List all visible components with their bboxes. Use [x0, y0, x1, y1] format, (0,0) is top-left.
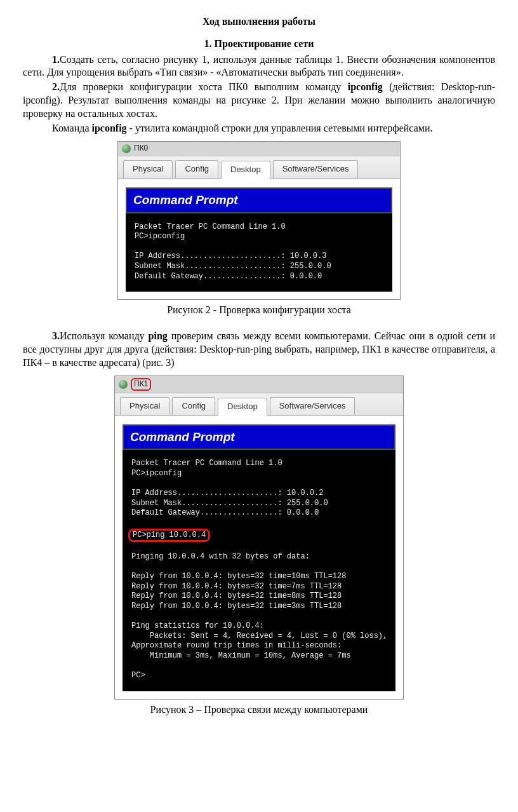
tab-desktop[interactable]: Desktop	[218, 398, 267, 416]
tab-content: Command Prompt Packet Tracer PC Command …	[118, 179, 400, 299]
figure-ipconfig-window: ПК0 Physical Config Desktop Software/Ser…	[117, 141, 401, 300]
command-ipconfig: ipconfig	[348, 81, 383, 92]
item-number-1: 1.	[52, 54, 60, 65]
page-title: Ход выполнения работы	[23, 15, 495, 29]
figure-caption-2: Рисунок 2 - Проверка конфигурации хоста	[23, 304, 495, 317]
tab-desktop[interactable]: Desktop	[221, 161, 270, 179]
globe-icon	[122, 144, 131, 153]
window-title: ПК0	[134, 144, 148, 154]
terminal-post: Pinging 10.0.0.4 with 32 bytes of data: …	[131, 552, 387, 680]
tab-software-services[interactable]: Software/Services	[273, 160, 359, 178]
paragraph-1: 1.Создать сеть, согласно рисунку 1, испо…	[23, 53, 495, 80]
tab-config[interactable]: Config	[175, 160, 218, 178]
ping-command-highlight: PC>ping 10.0.0.4	[128, 529, 210, 543]
command-prompt-title: Command Prompt	[123, 424, 395, 450]
tabs-bar: Physical Config Desktop Software/Service…	[118, 156, 400, 179]
text: - утилита командной строки для управлени…	[127, 123, 433, 133]
tab-content: Command Prompt Packet Tracer PC Command …	[115, 416, 403, 699]
paragraph-2: 2.Для проверки конфигурации хоста ПК0 вы…	[23, 81, 495, 120]
window-titlebar: ПК0	[118, 142, 400, 156]
text: Для проверки конфигурации хоста ПК0 выпо…	[60, 81, 348, 92]
command-ipconfig: ipconfig	[92, 123, 127, 133]
item-number-2: 2.	[52, 81, 60, 92]
globe-icon	[119, 380, 128, 389]
paragraph-3: Команда ipconfig - утилита командной стр…	[23, 122, 495, 135]
tab-physical[interactable]: Physical	[120, 397, 169, 415]
text: Команда	[52, 123, 92, 133]
figure-ping-window: ПК1 Physical Config Desktop Software/Ser…	[114, 376, 404, 699]
tab-physical[interactable]: Physical	[123, 160, 173, 178]
paragraph-4: 3.Используя команду ping проверим связь …	[23, 330, 495, 369]
terminal-pre: Packet Tracer PC Command Line 1.0 PC>ipc…	[131, 459, 328, 517]
tab-software-services[interactable]: Software/Services	[270, 397, 355, 415]
section-title: 1. Проектирование сети	[23, 37, 495, 51]
window-titlebar: ПК1	[115, 376, 403, 393]
tab-config[interactable]: Config	[172, 397, 215, 415]
text: Используя команду	[60, 330, 149, 341]
text: Создать сеть, согласно рисунку 1, исполь…	[23, 54, 495, 78]
command-ping: ping	[149, 330, 168, 341]
window-title: ПК1	[134, 379, 148, 388]
pk-highlight: ПК1	[131, 378, 151, 391]
tabs-bar: Physical Config Desktop Software/Service…	[115, 393, 403, 416]
terminal-output[interactable]: Packet Tracer PC Command Line 1.0 PC>ipc…	[123, 450, 395, 691]
terminal-output[interactable]: Packet Tracer PC Command Line 1.0 PC>ipc…	[126, 213, 392, 292]
figure-caption-3: Рисунок 3 – Проверка связи между компьют…	[23, 703, 495, 717]
item-number-3: 3.	[52, 330, 60, 341]
command-prompt-title: Command Prompt	[126, 187, 392, 213]
